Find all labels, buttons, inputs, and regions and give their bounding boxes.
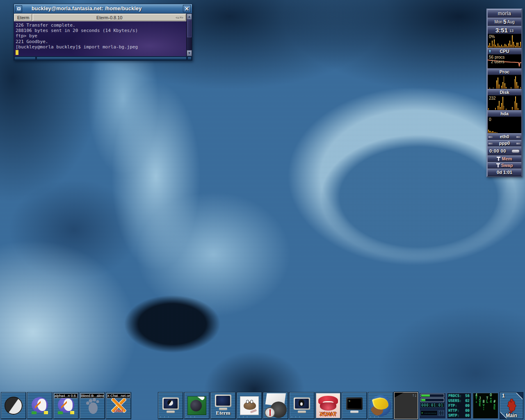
cpu-chart: 0% bbox=[488, 34, 521, 48]
epplet-dots-icon: · · · bbox=[186, 416, 196, 418]
border-resize-middle[interactable] bbox=[37, 57, 187, 60]
launcher-screenshot[interactable] bbox=[263, 392, 288, 419]
camera-icon bbox=[264, 393, 288, 418]
border-resize-left[interactable] bbox=[14, 57, 36, 60]
disk-label[interactable]: Disk bbox=[488, 89, 521, 96]
hda-value: 232 bbox=[489, 96, 496, 100]
modem-lights: ▪ ­‑‑‑‑‑‑‑‑ bbox=[420, 410, 438, 416]
iconified-gnome-ibleed[interactable]: ibleed.tk...aleon bbox=[80, 392, 105, 419]
desktop-pager[interactable]: 1 Main bbox=[500, 392, 523, 419]
window-title-label: ibleed.tk...aleon bbox=[80, 393, 104, 398]
globe-banana-icon bbox=[370, 395, 391, 416]
galeon-icon bbox=[31, 397, 49, 414]
matrix-applet: 4T↓JVE8v¦T LO+4#xE bbox=[472, 393, 498, 419]
uptime: 0d 1:01 bbox=[488, 169, 521, 176]
gkrellm-hostname[interactable]: morla bbox=[488, 9, 521, 18]
gnome-foot-icon bbox=[84, 397, 100, 415]
menubar-arrow-icons[interactable]: ◃▵▿▹ bbox=[176, 16, 184, 19]
gimp-wilber-icon bbox=[240, 396, 259, 415]
clock-time: 3:51 bbox=[495, 27, 508, 34]
ppp0-label[interactable]: ppp0 bbox=[488, 140, 521, 146]
red-mascot-icon bbox=[506, 397, 518, 414]
launcher-console[interactable]: > bbox=[342, 392, 367, 419]
window-border-bottom[interactable] bbox=[14, 56, 192, 60]
proc-chart: 56 procs 2 users bbox=[488, 55, 521, 68]
launcher-paint[interactable]: · · · bbox=[184, 392, 210, 419]
window-title: buckley@morla.fantasia.net: /home/buckle… bbox=[24, 6, 181, 11]
eth0-label[interactable]: eth0 bbox=[488, 133, 521, 140]
gkrellm-date[interactable]: Mon5Aug bbox=[488, 18, 521, 26]
border-resize-right[interactable] bbox=[187, 57, 192, 60]
scrollbar-thumb[interactable] bbox=[187, 20, 192, 37]
stat-row: USERS02 bbox=[448, 399, 470, 403]
terminal-line: ftp> bye bbox=[16, 33, 185, 39]
iconify-icon bbox=[17, 7, 21, 10]
eterm-menu-button[interactable]: Eterm bbox=[14, 14, 32, 21]
iconify-button[interactable] bbox=[15, 5, 22, 12]
users-count: 2 users bbox=[491, 59, 504, 64]
connection-timer-lcd: 000:01:01 bbox=[420, 403, 444, 408]
timer-value: 0:00 00 bbox=[489, 148, 510, 153]
ppp0-krell-right bbox=[516, 143, 520, 144]
launcher-eterm[interactable]: Eterm bbox=[210, 392, 236, 419]
launcher-xchat[interactable]: XCHAT bbox=[315, 392, 341, 419]
clock-seconds: 13 bbox=[509, 29, 514, 33]
terminal-line: 221 Goodbye. bbox=[16, 39, 185, 44]
dial-button[interactable] bbox=[511, 149, 520, 153]
procs-count: 56 procs bbox=[489, 55, 504, 59]
date-month: Aug bbox=[507, 20, 515, 24]
titlebar[interactable]: buckley@morla.fantasia.net: /home/buckle… bbox=[14, 4, 192, 14]
paint-penguin-icon bbox=[187, 396, 206, 415]
desk-number: 1 bbox=[502, 393, 505, 399]
iconbox-scroll-arrows-icon[interactable]: ↑↓ bbox=[412, 393, 417, 397]
terminal-line: [buckley@morla buckley]$ import morla-bg… bbox=[16, 44, 185, 50]
stat-row: SMTP00 bbox=[448, 413, 470, 418]
iconbox[interactable]: ↑↓ bbox=[394, 392, 418, 419]
launcher-gftp[interactable]: · · · bbox=[368, 392, 393, 419]
terminal-scrollbar[interactable]: ▲ ▼ bbox=[186, 14, 192, 56]
iconified-xchat[interactable]: X-Chat...net.org chat bbox=[106, 392, 131, 419]
launcher-tux-terminal[interactable]: · · · bbox=[289, 392, 315, 419]
hda-chart: 232 bbox=[488, 96, 521, 110]
terminal-cursor bbox=[16, 50, 18, 55]
terminal-screen[interactable]: 226 Transfer complete. 288106 bytes sent… bbox=[14, 21, 186, 56]
stat-row: HTTP00 bbox=[448, 409, 470, 413]
dark-monitor-icon: > bbox=[345, 397, 363, 414]
cpu-led-icon bbox=[489, 49, 491, 53]
net-stats-applet: PROCS56 USERS02 FTP00 HTTP00 SMTP00 bbox=[447, 393, 471, 419]
window-title-label: X-Chat...net.org bbox=[107, 393, 130, 398]
grid-button[interactable] bbox=[438, 410, 444, 416]
galeon-icon bbox=[57, 397, 75, 414]
xchat-x-icon: chat bbox=[110, 397, 128, 415]
cpu-percent: 0% bbox=[489, 34, 495, 39]
hda-label[interactable]: hda bbox=[488, 110, 521, 117]
eterm-menubar-title-area[interactable]: Eterm-0.8.10 ◃▵▿▹ bbox=[33, 14, 186, 21]
scrollbar-trough[interactable] bbox=[187, 20, 192, 50]
swap-meter[interactable]: Swap bbox=[488, 162, 521, 169]
mem-label: Mem bbox=[502, 156, 512, 161]
system-monitor-applet: 000:01:01 ▪ ­‑‑‑‑‑‑‑‑ bbox=[419, 393, 446, 419]
ppp0-krell-left bbox=[488, 143, 493, 144]
close-button[interactable]: ✕ bbox=[183, 5, 191, 12]
epplet-dots-icon: · · · bbox=[291, 416, 301, 418]
iconbox-wedge bbox=[395, 393, 404, 397]
launcher-gimp[interactable]: · · · bbox=[237, 392, 262, 419]
cpu-label[interactable]: CPU bbox=[488, 48, 521, 55]
gkrellm-clock[interactable]: 3:51 13 bbox=[488, 26, 521, 34]
eth0-value: 0 bbox=[489, 117, 491, 122]
date-num: 5 bbox=[502, 18, 507, 25]
iconified-enlightenment[interactable] bbox=[1, 392, 26, 419]
scroll-down-icon[interactable]: ▼ bbox=[187, 50, 192, 56]
eth0-krell-left bbox=[488, 136, 493, 138]
date-day: Mon bbox=[494, 20, 502, 24]
monitor-icon bbox=[214, 395, 232, 411]
mem-meter[interactable]: Mem bbox=[488, 155, 521, 162]
proc-label[interactable]: Proc bbox=[488, 68, 521, 75]
eth0-krell-right bbox=[516, 136, 520, 138]
iconified-galeon[interactable] bbox=[27, 392, 52, 419]
eth0-chart: 0 bbox=[488, 117, 521, 133]
launcher-enlightenment[interactable]: · · · bbox=[158, 392, 183, 419]
scroll-up-icon[interactable]: ▲ bbox=[187, 14, 192, 20]
iconified-galeon-alpha4[interactable]: alpha4...n 0.8.1 bbox=[53, 392, 79, 419]
epplet-dots-icon: · · · bbox=[370, 416, 380, 418]
